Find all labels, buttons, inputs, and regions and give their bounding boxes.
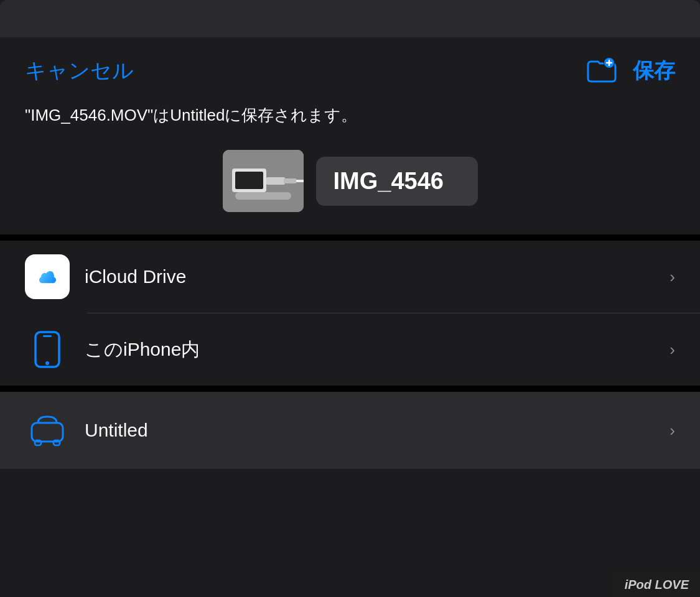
untitled-item[interactable]: Untitled › (0, 392, 700, 469)
save-button[interactable]: 保存 (633, 57, 675, 85)
icloud-drive-chevron: › (670, 267, 675, 287)
watermark-text: iPod LOVE (625, 578, 689, 591)
new-folder-button[interactable] (586, 55, 618, 87)
icloud-drive-item[interactable]: iCloud Drive › (0, 241, 700, 313)
svg-rect-13 (32, 423, 63, 442)
svg-rect-8 (284, 178, 296, 183)
header-right: 保存 (586, 55, 675, 87)
icloud-drive-label: iCloud Drive (85, 266, 670, 287)
section-divider-2 (0, 386, 700, 392)
watermark: iPod LOVE (614, 573, 700, 597)
section-divider (0, 234, 700, 241)
svg-rect-11 (43, 335, 52, 337)
this-iphone-item[interactable]: このiPhone内 › (0, 313, 700, 386)
drive-icon (25, 408, 70, 453)
this-iphone-label: このiPhone内 (85, 337, 670, 363)
thumbnail-image (223, 150, 304, 212)
svg-rect-15 (54, 440, 60, 445)
header: キャンセル 保存 (0, 37, 700, 100)
top-bar (0, 0, 700, 37)
svg-rect-7 (266, 177, 285, 185)
cancel-button[interactable]: キャンセル (25, 57, 134, 85)
filename-box[interactable]: IMG_4546 (316, 157, 478, 206)
subtitle-text: "IMG_4546.MOV"はUntitledに保存されます。 (0, 100, 700, 144)
untitled-label: Untitled (85, 420, 670, 441)
svg-point-12 (45, 361, 49, 365)
filename-label: IMG_4546 (334, 168, 444, 194)
filename-row: IMG_4546 (0, 144, 700, 234)
untitled-chevron: › (670, 421, 675, 440)
iphone-icon (25, 327, 70, 372)
svg-rect-6 (235, 172, 263, 189)
svg-rect-14 (35, 440, 41, 445)
icloud-icon (25, 254, 70, 299)
this-iphone-chevron: › (670, 340, 675, 359)
save-sheet: キャンセル 保存 "IMG_4546.MOV"はUntitledに保存されます。 (0, 37, 700, 469)
file-thumbnail (223, 150, 304, 212)
